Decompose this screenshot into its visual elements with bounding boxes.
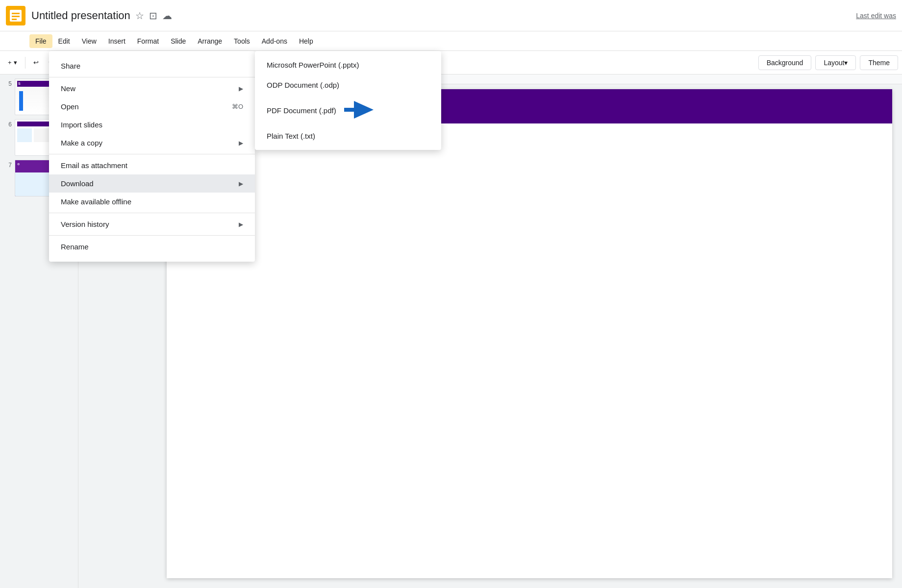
file-menu-offline[interactable]: Make available offline (49, 193, 255, 211)
menu-addons[interactable]: Add-ons (256, 34, 293, 48)
file-menu-section-new: New ▶ Open ⌘O Import slides Make a copy … (49, 77, 255, 154)
document-title[interactable]: Untitled presentation (31, 9, 130, 22)
txt-label: Plain Text (.txt) (267, 132, 315, 140)
slide-number-5: 5 (4, 78, 12, 87)
cloud-icon[interactable]: ☁ (162, 10, 172, 22)
theme-button[interactable]: Theme (860, 55, 898, 70)
menu-bar: File Edit View Insert Format Slide Arran… (0, 31, 902, 51)
svg-rect-2 (12, 13, 20, 14)
file-menu-rename[interactable]: Rename (49, 238, 255, 256)
slide-number-6: 6 (4, 119, 12, 128)
plus-icon: + (8, 59, 12, 66)
rename-label: Rename (61, 243, 89, 251)
file-menu-section-share: Share (49, 55, 255, 77)
undo-button[interactable]: ↩ (29, 57, 43, 68)
file-menu-download[interactable]: Download ▶ (49, 174, 255, 193)
svg-marker-5 (354, 101, 374, 119)
menu-format[interactable]: Format (131, 34, 165, 48)
toolbar-separator (25, 57, 25, 69)
open-shortcut: ⌘O (232, 103, 243, 110)
app-logo-icon (6, 6, 25, 25)
add-slide-button[interactable]: + ▾ (4, 57, 21, 68)
odp-label: ODP Document (.odp) (267, 81, 339, 89)
download-arrow-icon: ▶ (239, 180, 243, 187)
background-button[interactable]: Background (758, 55, 812, 70)
file-menu-open[interactable]: Open ⌘O (49, 98, 255, 116)
download-label: Download (61, 179, 94, 188)
menu-file[interactable]: File (29, 34, 52, 48)
slide-number-7: 7 (4, 160, 12, 169)
star-icon[interactable]: ☆ (135, 10, 144, 22)
email-label: Email as attachment (61, 161, 127, 170)
svg-rect-6 (344, 108, 354, 112)
menu-insert[interactable]: Insert (102, 34, 131, 48)
file-menu-section-version: Version history ▶ (49, 213, 255, 236)
pptx-label: Microsoft PowerPoint (.pptx) (267, 61, 359, 69)
file-menu-version[interactable]: Version history ▶ (49, 215, 255, 233)
copy-label: Make a copy (61, 139, 102, 147)
file-menu-email[interactable]: Email as attachment (49, 156, 255, 174)
open-label: Open (61, 102, 79, 111)
top-bar: Untitled presentation ☆ ⊡ ☁ Last edit wa… (0, 0, 902, 31)
file-menu-section-rename: Rename (49, 236, 255, 258)
dropdown-arrow-icon: ▾ (14, 59, 17, 66)
pdf-arrow-icon (344, 101, 374, 120)
download-pdf[interactable]: PDF Document (.pdf) (255, 95, 441, 126)
file-menu: Share New ▶ Open ⌘O Import slides Make a… (49, 51, 255, 262)
version-arrow-icon: ▶ (239, 221, 243, 228)
file-menu-section-email: Email as attachment Download ▶ Make avai… (49, 154, 255, 213)
menu-help[interactable]: Help (293, 34, 319, 48)
offline-label: Make available offline (61, 197, 131, 206)
file-menu-share[interactable]: Share (49, 57, 255, 75)
menu-slide[interactable]: Slide (165, 34, 192, 48)
folder-icon[interactable]: ⊡ (149, 10, 157, 22)
menu-tools[interactable]: Tools (228, 34, 256, 48)
pdf-label: PDF Document (.pdf) (267, 106, 336, 115)
import-label: Import slides (61, 121, 102, 129)
toolbar-right: Background Layout▾ Theme (758, 55, 898, 70)
file-menu-new[interactable]: New ▶ (49, 79, 255, 98)
menu-arrange[interactable]: Arrange (192, 34, 228, 48)
file-menu-copy[interactable]: Make a copy ▶ (49, 134, 255, 152)
file-menu-import[interactable]: Import slides (49, 116, 255, 134)
last-edit[interactable]: Last edit was (856, 12, 896, 20)
new-label: New (61, 84, 75, 93)
layout-button[interactable]: Layout▾ (815, 55, 856, 70)
download-pptx[interactable]: Microsoft PowerPoint (.pptx) (255, 55, 441, 75)
title-icons: ☆ ⊡ ☁ (135, 10, 172, 22)
download-txt[interactable]: Plain Text (.txt) (255, 126, 441, 146)
menu-view[interactable]: View (76, 34, 102, 48)
new-arrow-icon: ▶ (239, 85, 243, 92)
download-odp[interactable]: ODP Document (.odp) (255, 75, 441, 95)
menu-edit[interactable]: Edit (52, 34, 76, 48)
svg-rect-3 (12, 16, 20, 17)
slide-canvas: remium+ Review Biology: Organ Functions … (167, 89, 892, 578)
share-label: Share (61, 62, 80, 70)
download-submenu: Microsoft PowerPoint (.pptx) ODP Documen… (255, 51, 441, 150)
svg-rect-4 (12, 19, 17, 20)
version-label: Version history (61, 220, 109, 228)
copy-arrow-icon: ▶ (239, 140, 243, 147)
